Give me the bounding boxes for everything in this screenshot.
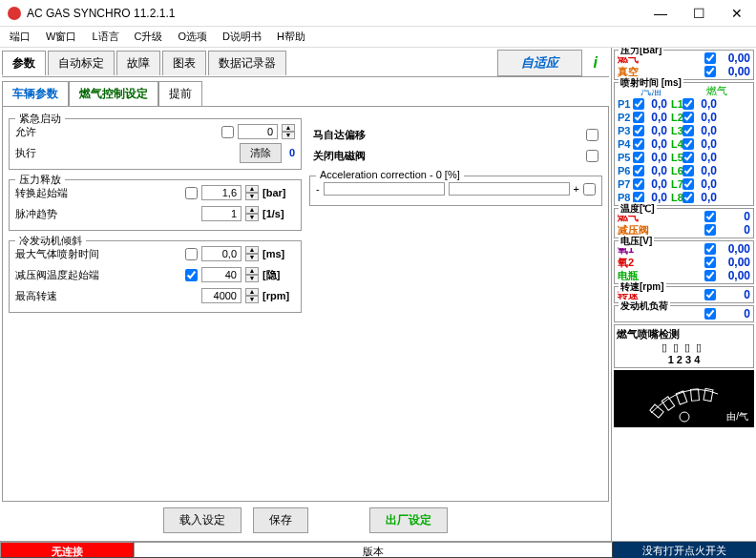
load-button[interactable]: 载入设定 [163,507,242,533]
status-version: 版本 [134,542,613,558]
exec-value: 0 [285,147,295,158]
titlebar: AC GAS SYNCHRO 11.2.1.1 — ☐ ✕ [0,0,756,27]
menu-window[interactable]: W窗口 [40,28,82,46]
allow-input[interactable] [238,124,278,139]
start-label: 转换起始端 [15,186,181,200]
factory-button[interactable]: 出厂设定 [369,507,448,533]
mazda-checkbox[interactable] [586,129,598,141]
inj-row: P70,0L70,0 [618,177,750,191]
emergency-title: 紧急启动 [15,112,65,126]
status-msg: 没有打开点火开关 [613,542,756,558]
tab-autocal[interactable]: 自动标定 [48,51,115,75]
maxrpm-unit: [rpm] [262,290,295,301]
maximize-button[interactable]: ☐ [687,6,710,21]
menu-options[interactable]: O选项 [172,28,213,46]
save-button[interactable]: 保存 [253,507,308,533]
pressure-release-group: 压力释放 转换起始端 ▲▼ [bar] 脉冲趋势 ▲▼ [1/s] [9,179,302,231]
tab-chart[interactable]: 图表 [162,51,206,75]
maxrpm-input[interactable] [201,288,242,303]
pulse-unit: [1/s] [262,208,295,219]
reducer-input[interactable] [201,267,242,282]
svg-rect-0 [649,404,662,418]
exec-label: 执行 [15,146,236,160]
load-panel: 发动机负荷 0 [614,305,754,322]
accel-slider-left[interactable] [324,182,445,196]
menubar: 端口 W窗口 L语言 C升级 O选项 D说明书 H帮助 [0,27,756,48]
start-input[interactable] [201,185,242,200]
tab-params[interactable]: 参数 [2,51,46,75]
tab-logger[interactable]: 数据记录器 [208,51,286,75]
subtab-advance[interactable]: 提前 [158,81,202,106]
pulse-label: 脉冲趋势 [15,207,198,221]
info-icon[interactable]: i [582,54,609,72]
maxinj-label: 最大气体喷射时间 [15,247,181,261]
spin-up[interactable]: ▲ [282,124,295,132]
inj-row: P60,0L60,0 [618,164,750,177]
volt-panel: 电压[V] 氧10,00 氧20,00 电瓶0,00 [614,240,754,284]
accel-plus: + [574,183,579,195]
mazda-label: 马自达偏移 [313,128,582,142]
close-button[interactable]: ✕ [725,6,748,21]
allow-checkbox[interactable] [221,126,234,138]
pulse-input[interactable] [201,206,242,221]
closevalve-label: 关闭电磁阀 [313,149,582,163]
maxinj-input[interactable] [201,246,242,261]
subtab-gas-control[interactable]: 燃气控制设定 [69,81,158,106]
accel-group: Acceleration correction - 0 [%] - + [309,176,602,206]
menu-port[interactable]: 端口 [4,28,36,46]
app-icon [8,7,21,20]
svg-rect-3 [690,389,699,402]
inj-row: P20,0L20,0 [618,111,750,124]
statusbar: 无连接 版本 没有打开点火开关 [0,541,756,558]
menu-manual[interactable]: D说明书 [217,28,267,46]
menu-upgrade[interactable]: C升级 [129,28,169,46]
start-unit: [bar] [262,187,295,198]
allow-label: 允许 [15,125,218,139]
maxinj-unit: [ms] [262,248,295,259]
injtime-panel: 喷射时间 [ms] 汽油燃气 P10,0L10,0P20,0L20,0P30,0… [614,82,754,206]
svg-point-5 [680,412,689,422]
maxinj-checkbox[interactable] [185,248,198,260]
minimize-button[interactable]: — [649,6,672,21]
adapt-button[interactable]: 自适应 [497,50,582,76]
cold-title: 冷发动机倾斜 [15,234,86,248]
reducer-unit: [隐] [262,268,295,282]
inj-row: P10,0L10,0 [618,97,750,111]
subtab-vehicle[interactable]: 车辆参数 [2,81,69,106]
reducer-checkbox[interactable] [185,269,198,281]
cold-engine-group: 冷发动机倾斜 最大气体喷射时间 ▲▼ [ms] 减压阀温度起始端 ▲▼ [隐] [9,240,302,313]
closevalve-checkbox[interactable] [586,150,598,162]
accel-slider-right[interactable] [449,182,570,196]
inj-row: P40,0L40,0 [618,137,750,151]
accel-checkbox[interactable] [583,183,596,196]
accel-minus: - [316,183,320,195]
reducer-label: 减压阀温度起始端 [15,268,181,282]
menu-language[interactable]: L语言 [86,28,124,46]
accel-title: Acceleration correction - 0 [%] [316,169,464,180]
start-checkbox[interactable] [185,187,198,199]
window-title: AC GAS SYNCHRO 11.2.1.1 [27,7,649,20]
pressure-vac-check[interactable] [704,66,716,77]
inj-row: P50,0L50,0 [618,151,750,164]
spin-down[interactable]: ▼ [282,132,295,139]
menu-help[interactable]: H帮助 [271,28,311,46]
svg-rect-2 [676,391,687,404]
status-noconn: 无连接 [0,542,134,558]
pressure-title: 压力释放 [15,173,65,187]
pressure-gas-check[interactable] [704,52,716,64]
emergency-group: 紧急启动 允许 ▲▼ 执行 清除 0 [9,118,302,170]
injector-test: 燃气喷嘴检测 ▯▯▯▯ 1 2 3 4 [614,324,754,368]
clear-button[interactable]: 清除 [240,143,282,163]
tab-fault[interactable]: 故障 [116,51,160,75]
inj-row: P30,0L30,0 [618,124,750,137]
gauge: 由/气 [614,370,754,427]
maxrpm-label: 最高转速 [15,289,198,303]
